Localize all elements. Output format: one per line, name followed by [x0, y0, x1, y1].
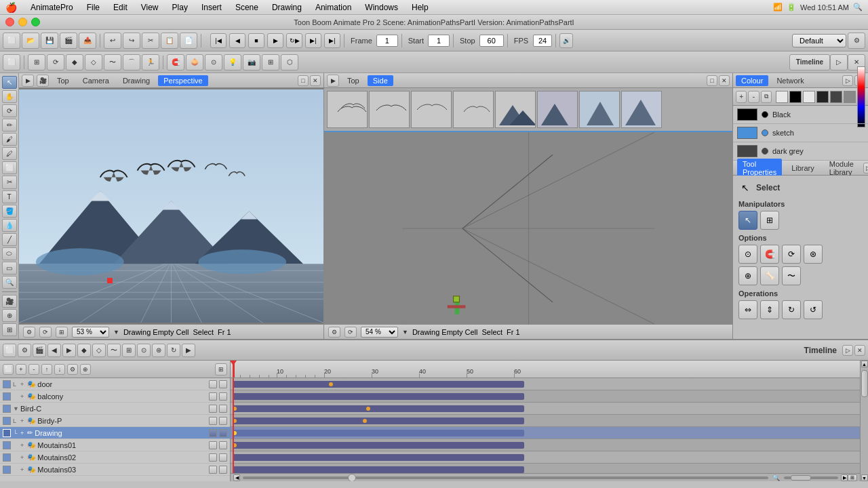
frame-input[interactable] [376, 35, 398, 47]
onion2-btn[interactable]: ⊙ [205, 54, 222, 70]
transform-btn[interactable]: ⊞ [28, 54, 45, 70]
save-btn[interactable]: 💾 [41, 33, 58, 49]
opt-snap-icon[interactable]: ⊛ [804, 245, 823, 264]
apple-menu[interactable]: 🍎 [5, 2, 17, 13]
tl-playback-btn[interactable]: ▶ [182, 344, 195, 357]
move-down-btn[interactable]: ↓ [54, 364, 65, 375]
rotate-view-tool[interactable]: ⟳ [2, 104, 17, 117]
tl-path-btn[interactable]: 〜 [107, 344, 121, 357]
rv-close-btn[interactable]: ✕ [719, 75, 730, 86]
skip-start-btn[interactable]: |◀ [210, 33, 226, 48]
dropper-tool[interactable]: 💧 [2, 219, 17, 232]
tab-library[interactable]: Library [786, 163, 820, 174]
tab-perspective[interactable]: Perspective [158, 75, 208, 86]
close-button[interactable] [5, 18, 14, 26]
opt-bone-icon[interactable]: 🦴 [760, 266, 779, 285]
tab-network[interactable]: Network [771, 75, 809, 86]
swatch-fill2[interactable] [816, 91, 829, 103]
tl-settings-btn[interactable]: ⚙ [18, 344, 31, 357]
del-layer-btn[interactable]: - [28, 364, 39, 375]
menu-insert[interactable]: Insert [196, 1, 227, 14]
mtn03-visible-check[interactable] [3, 466, 11, 474]
layer-row-birdyp[interactable]: L + 🎭 Birdy-P [0, 415, 230, 427]
paint-tool[interactable]: 🪣 [2, 205, 17, 218]
paste-btn[interactable]: 📄 [180, 33, 197, 49]
vscroll-up-btn[interactable]: ▲ [861, 361, 868, 367]
timeline-scrollbar[interactable]: ◀ 🔍 ▶ ⊞ [231, 473, 860, 481]
op-rotate180-icon[interactable]: ↺ [804, 300, 823, 319]
opt-deform-icon[interactable]: 〜 [782, 266, 801, 285]
export-btn[interactable]: 📤 [79, 33, 96, 49]
camera-btn[interactable]: 📷 [243, 54, 260, 70]
color-sketch[interactable]: sketch [733, 124, 868, 142]
mtn02-layer-btn1[interactable] [209, 453, 217, 462]
keyframe2-btn[interactable]: ◇ [85, 54, 102, 70]
menu-animation[interactable]: Animation [310, 1, 357, 14]
start-input[interactable] [428, 35, 450, 47]
wireframe-btn[interactable]: ⬡ [281, 54, 298, 70]
rotate-btn[interactable]: ⟳ [47, 54, 64, 70]
manip-select-icon[interactable]: ↖ [738, 211, 757, 230]
redo-btn[interactable]: ↪ [123, 33, 140, 49]
new-scene-btn[interactable]: ⬜ [3, 33, 20, 49]
next-frame-btn[interactable]: ▶| [305, 33, 321, 48]
search-icon[interactable]: 🔍 [853, 3, 863, 12]
colour-expand-btn[interactable]: ▷ [842, 75, 853, 86]
maximize-button[interactable] [31, 18, 40, 26]
settings-btn[interactable]: ⚙ [848, 33, 865, 49]
door-layer-btn1[interactable] [209, 380, 217, 388]
zoom-slider[interactable] [243, 476, 768, 479]
timeline-toggle-btn[interactable]: Timeline [789, 54, 830, 70]
render-btn[interactable]: 🎬 [60, 33, 77, 49]
tl-close-btn[interactable]: ✕ [854, 345, 865, 356]
scroll-left-btn[interactable]: ◀ [233, 474, 240, 481]
viewport-expand-btn[interactable]: □ [298, 75, 309, 86]
mtn01-layer-btn1[interactable] [209, 441, 217, 449]
zoom-range[interactable] [784, 476, 838, 479]
drawing-layer-btn1[interactable] [209, 429, 217, 437]
tl-onion-btn[interactable]: ⊙ [137, 344, 151, 357]
mtn01-layer-btn2[interactable] [219, 441, 227, 449]
mtn01-visible-check[interactable] [3, 441, 11, 449]
swatch-fill4[interactable] [844, 91, 856, 103]
tab-side-rv[interactable]: Side [368, 75, 393, 86]
tl-next-btn[interactable]: ▶ [62, 344, 76, 357]
vscroll-thumb[interactable] [861, 370, 868, 397]
mtn02-visible-check[interactable] [3, 453, 11, 462]
opt-peg-icon[interactable]: ⊕ [738, 266, 757, 285]
mtn02-layer-btn2[interactable] [219, 453, 227, 462]
play-loop-btn[interactable]: ↻▶ [286, 33, 302, 48]
layer-row-birdc[interactable]: ▼ Bird-C [0, 403, 230, 415]
door-layer-btn2[interactable] [219, 380, 227, 388]
birdc-visible-check[interactable] [3, 405, 11, 413]
menu-view[interactable]: View [136, 1, 164, 14]
tl-expand-right[interactable]: ⊞ [848, 474, 857, 481]
balcony-layer-btn1[interactable] [209, 392, 217, 401]
light-btn[interactable]: 💡 [224, 54, 241, 70]
tl-del-keyframe-btn[interactable]: ◇ [92, 344, 106, 357]
tl-scene-btn[interactable]: 🎬 [33, 344, 46, 357]
path2-btn[interactable]: ⌒ [123, 54, 140, 70]
rv-refresh-btn[interactable]: ⟳ [344, 327, 357, 338]
tab-drawing[interactable]: Drawing [117, 75, 155, 86]
mtn03-layer-btn1[interactable] [209, 466, 217, 474]
path-btn[interactable]: 〜 [104, 54, 121, 70]
tl-add-keyframe-btn[interactable]: ◆ [77, 344, 91, 357]
balcony-layer-btn2[interactable] [219, 392, 227, 401]
menu-play[interactable]: Play [167, 1, 193, 14]
viewport-expand-btn2[interactable]: ⊞ [56, 327, 68, 338]
op-rotate90-icon[interactable]: ↻ [782, 300, 801, 319]
vscroll-down-btn[interactable]: ▼ [861, 474, 868, 481]
tl-onion2-btn[interactable]: ⊛ [152, 344, 165, 357]
mtn03-layer-btn2[interactable] [219, 466, 227, 474]
drawing-visible-check[interactable] [3, 429, 11, 437]
birdc-layer-btn1[interactable] [209, 405, 217, 413]
select-tool[interactable]: ↖ [2, 76, 17, 89]
audio-btn[interactable]: 🔊 [559, 33, 573, 48]
zoom-in-icon[interactable]: 🔍 [772, 474, 780, 481]
stop-btn[interactable]: ■ [248, 33, 264, 48]
layer-row-mountains02[interactable]: + 🎭 Moutains02 [0, 451, 230, 464]
opt-rotate-icon[interactable]: ⟳ [782, 245, 801, 264]
tl-expand-btn[interactable]: ▷ [842, 345, 853, 356]
swatch-pencil[interactable] [776, 91, 788, 103]
